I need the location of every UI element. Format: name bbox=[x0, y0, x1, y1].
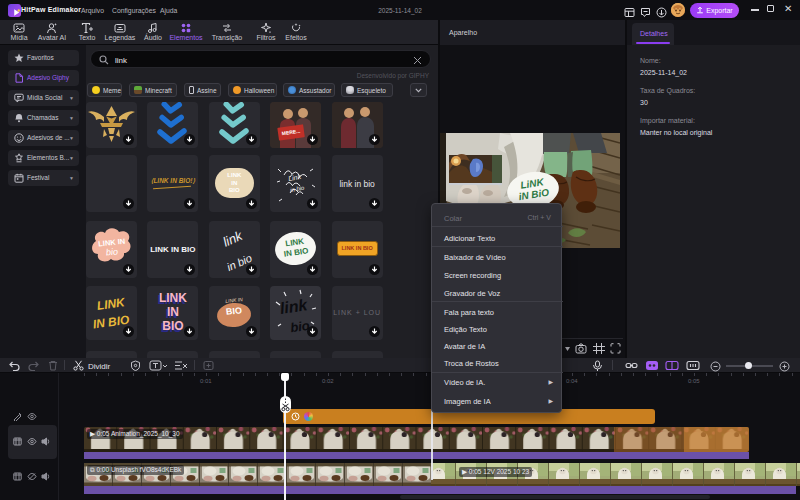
svg-text:in bio: in bio bbox=[290, 185, 306, 194]
svg-text:bio: bio bbox=[105, 246, 118, 257]
svg-text:Link: Link bbox=[288, 173, 302, 182]
svg-text:link: link bbox=[279, 296, 310, 317]
svg-text:LINK: LINK bbox=[96, 295, 127, 313]
svg-text:link: link bbox=[220, 227, 245, 249]
